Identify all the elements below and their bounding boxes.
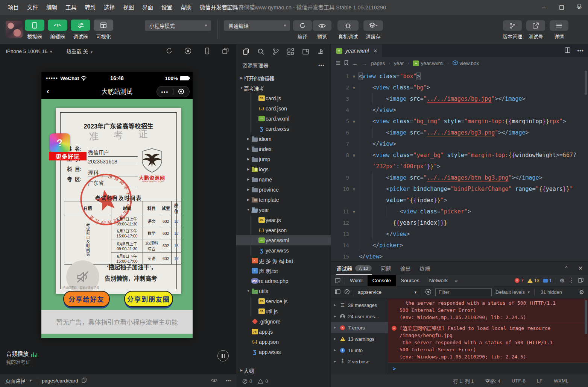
devtools-settings-icon[interactable]: ⚙ <box>560 277 565 284</box>
tree-item-声-明.txt[interactable]: ≡声 明.txt <box>236 266 331 276</box>
warning-count-badge[interactable]: 13 <box>527 278 539 283</box>
breadcrumb-item-view.box[interactable]: view.box <box>453 60 479 67</box>
menu-item-7[interactable]: 界面 <box>138 0 157 15</box>
tree-item-year.wxml[interactable]: ‹›year.wxml <box>236 235 331 245</box>
tree-item-province[interactable]: ▶province <box>236 184 331 195</box>
tree-item-card.wxml[interactable]: ‹›card.wxml <box>236 113 331 124</box>
right-action-1[interactable]: 测试号 <box>526 20 545 40</box>
tree-item-.gitignore[interactable]: .gitignore <box>236 316 331 327</box>
tree-item-app.js[interactable]: JSapp.js <box>236 327 331 337</box>
outline-section[interactable]: ▶大纲 <box>236 365 331 375</box>
tree-item-service.js[interactable]: JSservice.js <box>236 296 331 306</box>
back-icon[interactable]: ← <box>352 60 358 67</box>
extensions-icon[interactable] <box>287 48 294 55</box>
clear-console-icon[interactable] <box>344 289 350 296</box>
fold-icon[interactable]: ∨ <box>349 74 359 79</box>
devtools-tab-console[interactable]: Console <box>368 275 396 286</box>
console-filter-warning[interactable]: ▶13 warnings <box>331 333 388 345</box>
menu-item-1[interactable]: 文件 <box>23 0 42 15</box>
console-filter-error[interactable]: ▶✕7 errors <box>331 322 388 333</box>
more-menu-button[interactable]: ••• <box>157 89 173 95</box>
fold-icon[interactable]: ∨ <box>349 153 359 157</box>
pause-button[interactable] <box>217 350 229 361</box>
error-count-badge[interactable]: ✕7 <box>515 278 524 283</box>
right-action-2[interactable]: 详情 <box>550 20 568 40</box>
tree-item-re-adme.php[interactable]: phpre adme.php <box>236 276 331 286</box>
fold-icon[interactable]: ∨ <box>349 187 359 191</box>
explorer-more-icon[interactable]: ••• <box>318 62 325 68</box>
tree-item-高考准考[interactable]: ▼高考准考 <box>236 83 331 93</box>
tree-item-year[interactable]: ▼year <box>236 205 331 215</box>
tree-item-logs[interactable]: ▶logs <box>236 164 331 174</box>
tree-item-card.js[interactable]: JScard.js <box>236 93 331 103</box>
forward-icon[interactable]: → <box>362 60 367 67</box>
tree-item-template[interactable]: ▶template <box>236 195 331 205</box>
action-refresh[interactable]: 编译 <box>293 20 312 40</box>
tree-item-year.js[interactable]: JSyear.js <box>236 215 331 225</box>
console-prompt[interactable]: > <box>388 363 588 374</box>
status-language-mode[interactable]: WXML <box>554 378 568 384</box>
collapse-panel-icon[interactable]: ⌃ <box>564 265 569 271</box>
devtools-overflow-icon[interactable]: » <box>453 278 460 283</box>
debugger-tab-问题[interactable]: 问题 <box>381 262 391 275</box>
search-icon[interactable] <box>257 48 264 55</box>
status-indent-spaces[interactable]: 空格: 4 <box>485 377 500 384</box>
status-eol[interactable]: LF <box>537 378 542 384</box>
debugger-tab-输出[interactable]: 输出 <box>400 262 411 275</box>
undock-icon[interactable] <box>578 278 583 284</box>
status-cursor-position[interactable]: 行 1, 列 1 <box>453 377 474 384</box>
device-frame-icon[interactable] <box>204 47 211 56</box>
eye-icon[interactable] <box>211 378 217 384</box>
fold-icon[interactable]: ∨ <box>349 119 359 124</box>
mode-select[interactable]: 小程序模式▼ <box>145 20 211 31</box>
eye-filter-icon[interactable] <box>425 289 432 296</box>
tab-year-wxml[interactable]: ‹› year.wxml ✕ <box>331 44 382 57</box>
git-icon[interactable] <box>272 48 280 55</box>
menu-item-0[interactable]: 项目 <box>4 0 23 15</box>
menu-item-9[interactable]: 帮助 <box>176 0 196 15</box>
editor-more-icon[interactable]: ••• <box>577 47 583 54</box>
tree-item-year.json[interactable]: {..}year.json <box>236 225 331 235</box>
devtools-tab-sources[interactable]: Sources <box>396 275 424 286</box>
toolbar-tab-可视化[interactable]: 可视化 <box>94 20 113 40</box>
console-filter-verbose[interactable]: ▶⁑2 verbose <box>331 356 388 367</box>
tree-item-app.wxss[interactable]: Ʒapp.wxss <box>236 347 331 357</box>
more-games-icon[interactable]: ? <box>50 133 70 152</box>
status-encoding[interactable]: UTF-8 <box>512 378 526 384</box>
inspect-element-icon[interactable] <box>331 278 345 284</box>
close-panel-icon[interactable]: ✕ <box>578 265 583 271</box>
files-icon[interactable] <box>243 48 250 55</box>
console-scrollbar[interactable] <box>585 300 587 334</box>
tree-item-jump[interactable]: ▶jump <box>236 154 331 164</box>
console-filter-input[interactable] <box>435 288 492 296</box>
multi-window-icon[interactable] <box>222 47 229 56</box>
devtools-tab-wxml[interactable]: Wxml <box>345 275 368 286</box>
more-games-label[interactable]: 更多好玩 <box>49 152 87 160</box>
notification-bell-icon[interactable] <box>576 3 582 9</box>
tree-item-name[interactable]: ▶name <box>236 174 331 184</box>
tree-item-card.json[interactable]: {..}card.json <box>236 103 331 113</box>
tree-item-idiom[interactable]: ▶idiom <box>236 134 331 144</box>
compile-mode-select[interactable]: 普通编译▼ <box>224 20 290 31</box>
message-count-badge[interactable]: 1 <box>543 278 552 283</box>
maximize-button[interactable] <box>553 0 570 15</box>
copy-icon[interactable] <box>82 378 87 384</box>
code-editor[interactable]: 1∨<view class="box">2∨<view class="bg">3… <box>331 69 584 261</box>
stop-icon[interactable] <box>184 47 191 56</box>
tree-item-app.json[interactable]: {..}app.json <box>236 337 331 347</box>
menu-item-6[interactable]: 视图 <box>119 0 138 15</box>
tree-item-util.js[interactable]: JSutil.js <box>236 306 331 316</box>
more-icon[interactable]: ••• <box>226 378 231 384</box>
log-levels-select[interactable]: Default levels▼ <box>495 289 530 295</box>
console-settings-icon[interactable]: ⚙ <box>579 289 584 296</box>
fold-icon[interactable]: ∨ <box>349 86 359 90</box>
device-select[interactable]: iPhone 5 100% 16▼ <box>6 48 53 54</box>
close-tab-icon[interactable]: ✕ <box>374 48 378 54</box>
breadcrumb-item-year.wxml[interactable]: ‹›year.wxml <box>413 60 444 66</box>
tree-item-打开的编辑器[interactable]: ▶打开的编辑器 <box>236 73 331 83</box>
menu-item-8[interactable]: 设置 <box>157 0 176 15</box>
breadcrumb-item-year[interactable]: year <box>394 60 404 66</box>
page-path-label[interactable]: 页面路径 <box>5 377 26 384</box>
console-filter-list[interactable]: ▶☰38 messages <box>331 299 388 311</box>
toolbar-tab-模拟器[interactable]: 模拟器 <box>25 20 44 40</box>
